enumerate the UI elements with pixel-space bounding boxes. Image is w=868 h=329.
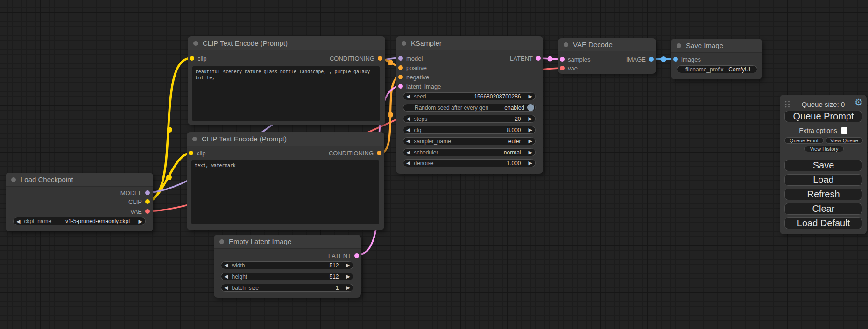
decrement-arrow-icon[interactable]: ◀ [406, 116, 410, 121]
load-default-button[interactable]: Load Default [784, 217, 862, 229]
queue-front-button[interactable]: Queue Front [784, 137, 824, 144]
conditioning-output-dot[interactable] [377, 151, 381, 155]
save-button[interactable]: Save [784, 160, 862, 171]
batch-size-widget[interactable]: ◀ batch_size 1 ▶ [221, 284, 353, 292]
ckpt-name-widget[interactable]: ◀ ckpt_name v1-5-pruned-emaonly.ckpt ▶ [13, 217, 146, 225]
node-clip-text-encode-2[interactable]: CLIP Text Encode (Prompt) clip CONDITION… [187, 132, 384, 230]
clip-input-dot[interactable] [190, 56, 194, 61]
decrement-arrow-icon[interactable]: ◀ [224, 274, 228, 279]
cfg-widget[interactable]: ◀ cfg 8.000 ▶ [403, 126, 536, 134]
decrement-arrow-icon[interactable]: ◀ [406, 150, 410, 155]
negative-input-dot[interactable] [398, 75, 403, 79]
width-widget[interactable]: ◀ width 512 ▶ [221, 261, 353, 269]
increment-arrow-icon[interactable]: ▶ [529, 127, 532, 133]
node-title-bar[interactable]: VAE Decode [558, 38, 656, 51]
increment-arrow-icon[interactable]: ▶ [529, 94, 532, 99]
node-title-bar[interactable]: Load Checkpoint [6, 173, 153, 187]
vae-output-dot[interactable] [145, 209, 150, 214]
images-input-dot[interactable] [673, 57, 678, 62]
node-clip-text-encode-1[interactable]: CLIP Text Encode (Prompt) clip CONDITION… [188, 36, 385, 125]
extra-options-checkbox[interactable] [841, 127, 847, 134]
settings-gear-icon[interactable]: ⚙ [854, 98, 863, 107]
node-title-bar[interactable]: Empty Latent Image [214, 235, 361, 249]
node-title-bar[interactable]: KSampler [396, 36, 543, 50]
increment-arrow-icon[interactable]: ▶ [346, 285, 350, 290]
height-widget[interactable]: ◀ height 512 ▶ [221, 273, 353, 280]
collapse-dot-icon[interactable] [11, 177, 16, 182]
prompt-text-widget[interactable]: beautiful scenery nature glass bottle la… [192, 66, 380, 121]
model-input-dot[interactable] [398, 56, 403, 61]
scheduler-widget[interactable]: ◀ scheduler normal ▶ [403, 148, 536, 156]
latent-input-dot[interactable] [398, 84, 403, 89]
filename-prefix-widget[interactable]: filename_prefix ComfyUI [677, 65, 757, 73]
node-ksampler[interactable]: KSampler model positive negative latent_… [396, 36, 543, 174]
increment-arrow-icon[interactable]: ▶ [139, 219, 142, 224]
output-slot-conditioning[interactable]: CONDITIONING [330, 55, 382, 62]
input-slot-clip[interactable]: clip [190, 55, 207, 62]
random-seed-widget[interactable]: Random seed after every gen enabled [403, 104, 536, 112]
input-slot-samples[interactable]: samples [560, 56, 590, 63]
steps-widget[interactable]: ◀ steps 20 ▶ [403, 115, 536, 123]
comfyui-canvas[interactable]: { "colors": { "model": "#B39DDB", "clip"… [0, 0, 868, 329]
model-output-dot[interactable] [145, 190, 150, 195]
decrement-arrow-icon[interactable]: ◀ [406, 161, 410, 166]
collapse-dot-icon[interactable] [564, 42, 568, 47]
node-vae-decode[interactable]: VAE Decode samples vae IMAGE [558, 38, 656, 74]
output-slot-latent[interactable]: LATENT [510, 55, 541, 62]
output-slot-model[interactable]: MODEL [120, 189, 150, 196]
collapse-dot-icon[interactable] [192, 137, 197, 141]
input-slot-model[interactable]: model [398, 55, 423, 62]
output-slot-vae[interactable]: VAE [130, 208, 150, 215]
positive-input-dot[interactable] [398, 65, 403, 70]
node-empty-latent-image[interactable]: Empty Latent Image LATENT ◀ width 512 ▶ … [214, 235, 361, 298]
input-slot-vae[interactable]: vae [560, 64, 578, 72]
increment-arrow-icon[interactable]: ▶ [529, 139, 532, 144]
image-output-dot[interactable] [649, 57, 654, 62]
node-title-bar[interactable]: Save Image [671, 39, 762, 53]
refresh-button[interactable]: Refresh [784, 189, 862, 200]
output-slot-latent[interactable]: LATENT [328, 252, 359, 259]
conditioning-output-dot[interactable] [378, 56, 382, 61]
increment-arrow-icon[interactable]: ▶ [529, 150, 532, 155]
seed-widget[interactable]: ◀ seed 156680208700286 ▶ [403, 92, 536, 100]
output-slot-clip[interactable]: CLIP [128, 198, 150, 205]
node-title-bar[interactable]: CLIP Text Encode (Prompt) [188, 36, 385, 50]
samples-input-dot[interactable] [560, 57, 565, 62]
input-slot-positive[interactable]: positive [398, 64, 427, 71]
collapse-dot-icon[interactable] [402, 41, 406, 46]
denoise-widget[interactable]: ◀ denoise 1.000 ▶ [403, 159, 536, 167]
clip-input-dot[interactable] [189, 151, 193, 155]
output-slot-image[interactable]: IMAGE [626, 56, 654, 63]
input-slot-images[interactable]: images [673, 56, 701, 63]
increment-arrow-icon[interactable]: ▶ [346, 274, 350, 279]
node-title-bar[interactable]: CLIP Text Encode (Prompt) [187, 132, 384, 146]
node-save-image[interactable]: Save Image images filename_prefix ComfyU… [671, 39, 762, 79]
clear-button[interactable]: Clear [784, 203, 862, 215]
increment-arrow-icon[interactable]: ▶ [346, 263, 350, 268]
decrement-arrow-icon[interactable]: ◀ [406, 94, 410, 99]
latent-output-dot[interactable] [354, 253, 359, 258]
decrement-arrow-icon[interactable]: ◀ [406, 139, 410, 144]
decrement-arrow-icon[interactable]: ◀ [16, 219, 20, 224]
collapse-dot-icon[interactable] [677, 43, 681, 48]
input-slot-latent-image[interactable]: latent_image [398, 83, 441, 90]
view-queue-button[interactable]: View Queue [826, 137, 863, 144]
view-history-button[interactable]: View History [804, 146, 844, 152]
queue-prompt-button[interactable]: Queue Prompt [784, 111, 862, 122]
increment-arrow-icon[interactable]: ▶ [529, 116, 532, 121]
output-slot-conditioning[interactable]: CONDITIONING [329, 149, 381, 157]
prompt-text-widget[interactable]: text, watermark [191, 160, 379, 224]
increment-arrow-icon[interactable]: ▶ [529, 161, 532, 166]
decrement-arrow-icon[interactable]: ◀ [224, 285, 228, 290]
decrement-arrow-icon[interactable]: ◀ [406, 127, 410, 133]
latent-output-dot[interactable] [536, 56, 541, 61]
toggle-circle-icon[interactable] [527, 104, 534, 111]
collapse-dot-icon[interactable] [219, 239, 224, 244]
input-slot-clip[interactable]: clip [189, 149, 206, 157]
load-button[interactable]: Load [784, 174, 862, 186]
decrement-arrow-icon[interactable]: ◀ [224, 263, 228, 268]
sampler-name-widget[interactable]: ◀ sampler_name euler ▶ [403, 137, 536, 145]
collapse-dot-icon[interactable] [193, 41, 198, 46]
clip-output-dot[interactable] [145, 199, 150, 204]
vae-input-dot[interactable] [560, 66, 565, 70]
